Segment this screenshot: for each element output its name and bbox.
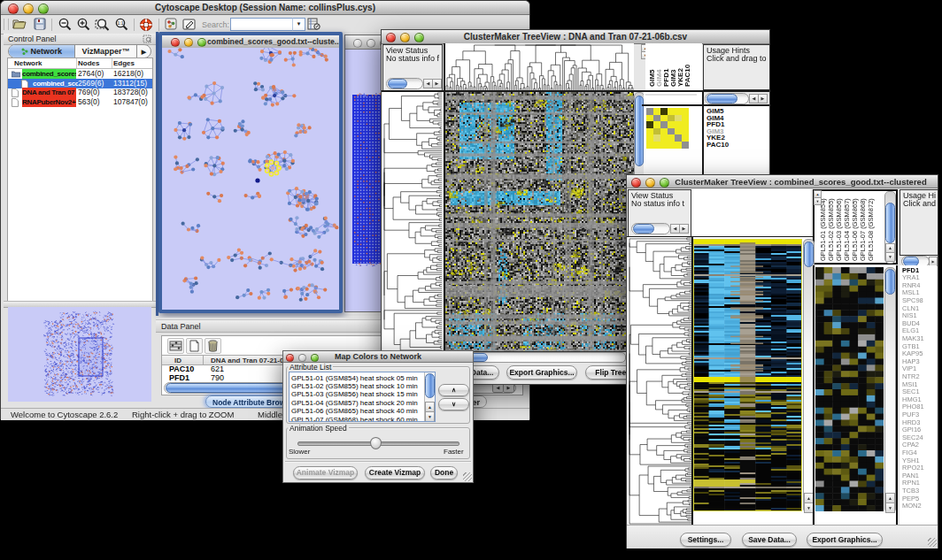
tv1-export-graphics-button[interactable]: Export Graphics... <box>506 365 577 380</box>
matrix-cell <box>668 121 675 128</box>
tab-overflow-arrow[interactable]: ▶ <box>137 45 151 58</box>
close-button[interactable] <box>8 4 19 14</box>
move-up-button[interactable]: ∧ <box>438 384 469 396</box>
search-input[interactable] <box>230 18 294 31</box>
network-name: combined_sco <box>33 79 78 88</box>
network-window-1: combined_scores_good.txt--cluste... <box>158 32 343 313</box>
tv2-settings-button[interactable]: Settings... <box>680 533 731 547</box>
edge-count: 13112(15) <box>113 79 147 88</box>
scroll-down-arrow[interactable]: ▼ <box>885 502 895 513</box>
attribute-browser-icon[interactable] <box>307 18 320 31</box>
minimize-button[interactable] <box>645 178 655 188</box>
attribute-list-item[interactable]: GPL51-01 (GSM854) heat shock 05 min <box>291 374 418 382</box>
resize-grip[interactable] <box>463 472 472 481</box>
scroll-right-arrow[interactable]: ▶ <box>758 94 768 104</box>
treeview2-titlebar[interactable]: ClusterMaker TreeView : combined_scores_… <box>627 175 938 188</box>
tv2-heatmap[interactable] <box>693 239 802 511</box>
window-controls <box>386 33 424 42</box>
help-ring-icon[interactable] <box>139 18 153 32</box>
network-list-row[interactable]: combined_sco2569(6)13112(15) <box>8 79 152 88</box>
create-vizmap-button[interactable]: Create Vizmap <box>365 466 425 479</box>
matrix-cell <box>682 128 689 135</box>
treeview1-titlebar[interactable]: ClusterMaker TreeView : DNA and Tran 07-… <box>382 30 769 44</box>
attribute-value: 621 <box>211 364 224 373</box>
network-list-row[interactable]: DNA and Tran 07769(0)183728(0) <box>8 88 152 97</box>
float-panel-icon[interactable] <box>143 35 152 43</box>
close-button[interactable] <box>631 178 641 188</box>
zoom-button[interactable] <box>38 4 49 14</box>
annotation-icon[interactable] <box>182 18 197 31</box>
tv2-export-graphics-button[interactable]: Export Graphics... <box>807 533 883 547</box>
zoom-button[interactable] <box>660 178 669 188</box>
network-window-1-titlebar[interactable]: combined_scores_good.txt--cluste... <box>162 35 339 49</box>
minimize-button[interactable] <box>400 33 410 42</box>
attribute-list-item[interactable]: GPL51-03 (GSM856) heat shock 15 min <box>291 390 418 398</box>
delete-attribute-button[interactable] <box>205 338 221 354</box>
file-icon <box>21 80 29 88</box>
node-count: 769(0) <box>78 88 100 97</box>
new-network-icon[interactable] <box>165 18 177 30</box>
save-session-icon[interactable] <box>34 18 46 30</box>
tv1-heatmap[interactable] <box>444 92 634 351</box>
zoom-button[interactable] <box>311 354 319 362</box>
tv2-row-dendrogram[interactable] <box>628 237 691 525</box>
matrix-cell <box>653 134 660 142</box>
network-list-header[interactable]: Network Nodes Edges <box>8 58 152 69</box>
attribute-list-item[interactable]: GPL51-02 (GSM855) heat shock 10 min <box>291 382 418 390</box>
network-list-row[interactable]: RNAPuberNov2+!563(0)107847(0) <box>8 97 152 107</box>
open-file-icon[interactable] <box>12 18 28 30</box>
zoom-button[interactable] <box>414 33 424 42</box>
scroll-right-arrow[interactable]: ▶ <box>432 79 442 88</box>
zoom-selected-icon[interactable] <box>95 18 112 31</box>
attribute-list-item[interactable]: GPL51-07 (GSM868) heat shock 60 min <box>291 416 418 423</box>
zoom-button[interactable] <box>197 38 206 47</box>
scroll-right-arrow[interactable]: ▶ <box>679 224 689 234</box>
minimize-button[interactable] <box>367 39 375 48</box>
tv2-collabel-down-arrow[interactable]: ▼ <box>814 197 822 205</box>
matrix-cell <box>653 108 660 115</box>
scroll-down-arrow[interactable]: ▼ <box>425 411 435 422</box>
status-zoom-hint: Right-click + drag to ZOOM <box>132 410 234 419</box>
search-dropdown-button[interactable]: ▼ <box>292 18 305 31</box>
attribute-listbox[interactable]: GPL51-01 (GSM854) heat shock 05 minGPL51… <box>289 372 436 422</box>
minimize-button[interactable] <box>184 38 193 47</box>
new-attribute-button[interactable] <box>186 338 203 354</box>
zoom-in-icon[interactable] <box>76 18 91 31</box>
matrix-cell <box>653 115 660 122</box>
main-window-title: Cytoscape Desktop (Session Name: collins… <box>155 3 375 12</box>
resize-grip[interactable] <box>928 538 937 547</box>
matrix-cell <box>675 121 682 128</box>
network-view-1[interactable] <box>162 48 339 307</box>
tv2-save-data-button[interactable]: Save Data... <box>742 533 797 547</box>
matrix-cell <box>675 134 682 142</box>
tv2-subheatmap[interactable] <box>815 267 884 511</box>
network-overview-thumbnail[interactable] <box>8 307 151 402</box>
move-down-button[interactable]: ∨ <box>438 398 469 410</box>
main-title-bar[interactable]: Cytoscape Desktop (Session Name: collins… <box>1 1 529 15</box>
close-button[interactable] <box>171 38 180 47</box>
select-attributes-button[interactable] <box>167 338 184 354</box>
minimize-button[interactable] <box>298 354 306 362</box>
tab-network[interactable]: Network <box>9 45 75 58</box>
close-button[interactable] <box>353 39 362 48</box>
tv2-subheatmap-vscrollbar[interactable] <box>884 267 896 513</box>
attribute-list-item[interactable]: GPL51-04 (GSM857) heat shock 20 min <box>291 399 418 407</box>
scroll-down-arrow[interactable]: ▼ <box>885 252 895 262</box>
network-list-row[interactable]: combined_scores2764(0)16218(0) <box>8 69 152 79</box>
dialog-titlebar[interactable]: Map Colors to Network <box>283 351 473 363</box>
done-button[interactable]: Done <box>430 466 458 479</box>
tv1-column-dendrogram[interactable] <box>444 43 634 90</box>
matrix-cell <box>660 128 668 135</box>
minimize-button[interactable] <box>23 4 34 14</box>
close-button[interactable] <box>386 33 396 42</box>
data-panel-title: Data Panel <box>161 322 201 331</box>
tab-vizmapper[interactable]: VizMapper™ <box>75 45 137 58</box>
zoom-fit-icon[interactable]: 1:1 <box>114 18 129 31</box>
tv1-row-dendrogram[interactable] <box>382 92 442 351</box>
edge-count: 107847(0) <box>113 97 148 107</box>
matrix-cell <box>653 128 660 135</box>
close-button[interactable] <box>286 354 294 362</box>
zoom-out-icon[interactable] <box>58 18 73 31</box>
toolbar-drag-handle[interactable] <box>4 19 9 30</box>
attribute-list-item[interactable]: GPL51-06 (GSM865) heat shock 40 min <box>291 407 418 415</box>
